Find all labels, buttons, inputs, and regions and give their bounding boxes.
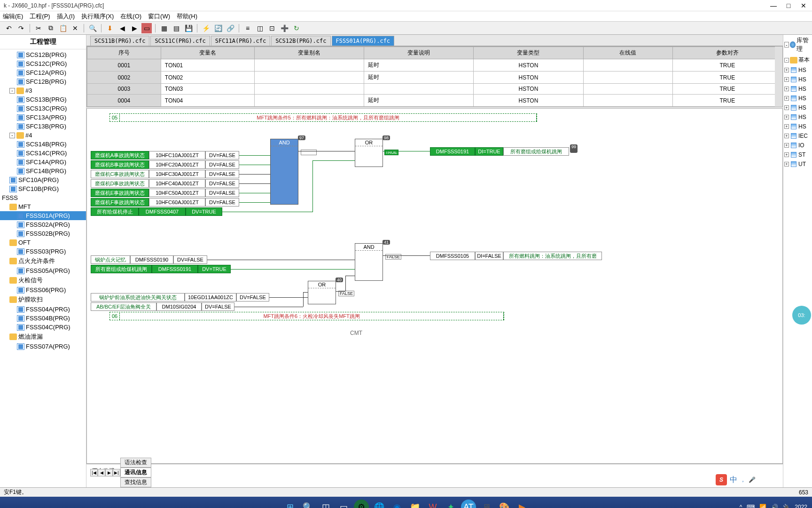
delete-button[interactable]: ✕ <box>70 23 80 33</box>
tree-node[interactable]: FSSS <box>0 193 86 202</box>
maximize-button[interactable]: □ <box>784 2 793 9</box>
tray-lang-icon[interactable]: ⌨ <box>747 504 755 508</box>
diagram-area[interactable]: 05 MFT跳闸条件5：所有燃料跳闸：油系统跳闸，且所有磨组跳闸 磨煤机A事故跳… <box>86 108 783 464</box>
msg-tab-first[interactable]: |◀ <box>90 469 98 476</box>
tool-online[interactable]: ⚡ <box>201 23 211 33</box>
tree-node[interactable]: FSSS07A(PRG) <box>0 342 86 351</box>
table-header[interactable]: 变量说明 <box>364 47 474 59</box>
library-item[interactable]: +HS <box>783 75 812 84</box>
tree-toggle[interactable]: - <box>9 88 15 94</box>
tool-prev[interactable]: ◀ <box>117 23 127 33</box>
tree-toggle[interactable]: + <box>784 96 789 101</box>
app-icon-5[interactable]: 🎨 <box>497 500 512 508</box>
menu-item[interactable]: 插入(I) <box>57 12 75 21</box>
chrome-icon[interactable]: 🌐 <box>372 500 387 508</box>
tree-node[interactable]: -#4 <box>0 131 86 140</box>
tree-node[interactable]: FSSS04A(PRG) <box>0 305 86 314</box>
signal-row[interactable]: 磨煤机C事故跳闸状态10HFC30AJ001ZTDV=FALSE <box>91 170 239 178</box>
tray-up-icon[interactable]: ^ <box>740 504 742 508</box>
tree-node[interactable]: SCS14C(PRG) <box>0 149 86 158</box>
tool-table[interactable]: ▤ <box>171 23 181 33</box>
or-block-2[interactable]: OR 40 FALSE <box>308 281 336 304</box>
library-item[interactable]: +HS <box>783 94 812 103</box>
ime-indicator[interactable]: S 中 ， 🎤 <box>716 474 756 485</box>
table-row[interactable]: 0003TON03HSTONTRUE <box>87 84 782 95</box>
cut-button[interactable]: ✂ <box>33 23 44 33</box>
close-button[interactable]: ✕ <box>799 2 808 9</box>
paste-button[interactable]: 📋 <box>58 23 68 33</box>
tree-node[interactable]: FSSS02B(PRG) <box>0 229 86 238</box>
or-block-1[interactable]: OR 98 TRUE <box>355 139 383 167</box>
menu-item[interactable]: 编辑(E) <box>3 12 23 21</box>
tree-node[interactable]: SFC13A(PRG) <box>0 113 86 122</box>
signal-all-feeders-stop[interactable]: 所有给煤机停止 DMFSSS0407 DV=TRUE <box>91 207 222 216</box>
and-block-2[interactable]: AND 41 FALSE <box>355 243 383 281</box>
output-1[interactable]: DMFSSS0191 DI=TRUE 所有磨组或给煤机跳闸 99 <box>430 147 577 156</box>
tree-node[interactable]: FSSS04C(PRG) <box>0 323 86 332</box>
tool-diag[interactable]: ◫ <box>255 23 265 33</box>
tree-node[interactable]: SFC10B(PRG) <box>0 184 86 193</box>
tree-node[interactable]: OFT <box>0 238 86 247</box>
tree-node[interactable]: FSSS05A(PRG) <box>0 266 86 275</box>
message-tab[interactable]: 查找信息 <box>120 477 151 487</box>
tree-toggle[interactable]: + <box>784 77 789 82</box>
signal-boiler-ignition-mem[interactable]: 锅炉点火记忆 DMFSSS0190 DV=FALSE <box>91 255 207 264</box>
table-header[interactable]: 变量别名 <box>254 47 364 59</box>
tree-toggle[interactable]: + <box>784 124 789 129</box>
table-row[interactable]: 0004TON04延时HSTONTRUE <box>87 95 782 107</box>
tree-toggle[interactable]: + <box>784 68 789 72</box>
tree-node[interactable]: -#3 <box>0 86 86 95</box>
tray-volume-icon[interactable]: 🔊 <box>771 504 778 508</box>
tree-node[interactable]: FSSS02A(PRG) <box>0 220 86 229</box>
tool-next[interactable]: ▶ <box>129 23 140 33</box>
table-header[interactable]: 在线值 <box>583 47 672 59</box>
tree-node[interactable]: SFC12A(PRG) <box>0 68 86 77</box>
app-icon-4[interactable]: 🖥 <box>479 500 494 508</box>
editor-tab[interactable]: SCS11C(PRG).cfc <box>150 36 210 46</box>
search-icon[interactable]: 🔍 <box>300 500 315 508</box>
tree-node[interactable]: SFC14B(PRG) <box>0 167 86 175</box>
signal-row[interactable]: 磨煤机B事故跳闸状态10HFC20AJ001ZTDV=FALSE <box>91 160 239 169</box>
undo-button[interactable]: ↶ <box>4 23 14 33</box>
message-tab[interactable]: 通讯信息 <box>120 468 151 477</box>
tree-node[interactable]: FSSS03(PRG) <box>0 247 86 256</box>
tree-toggle[interactable]: + <box>784 152 789 157</box>
and-block-1[interactable]: AND 97 FALSE <box>270 139 298 205</box>
signal-oil-corner-valves[interactable]: AB/BC/EF层油角阀全关 DM10SIG0204 DV=FALSE <box>91 302 234 311</box>
tree-toggle[interactable]: + <box>784 143 789 148</box>
output-2[interactable]: DMFSSS0105 DI=FALSE 所有燃料跳闸：油系统跳闸，且所有磨 <box>430 252 602 260</box>
tool-down[interactable]: ⬇ <box>105 23 115 33</box>
tree-node[interactable]: 点火允许条件 <box>0 256 86 266</box>
table-header[interactable]: 参数对齐 <box>672 47 782 59</box>
app-icon-3[interactable]: AT <box>461 500 476 508</box>
tool-bars[interactable]: ≡ <box>242 23 253 33</box>
tree-toggle[interactable]: + <box>784 134 789 138</box>
tree-node[interactable]: FSSS06(PRG) <box>0 286 86 294</box>
taskbar-tray[interactable]: ^ ⌨ 📶 🔊 🔌 2022 <box>740 504 807 508</box>
tree-node[interactable]: FSSS04B(PRG) <box>0 314 86 323</box>
app-icon-2[interactable]: ✦ <box>443 500 458 508</box>
editor-tab[interactable]: SCS12B(PRG).cfc <box>271 36 330 46</box>
tree-node[interactable]: SFC13B(PRG) <box>0 122 86 131</box>
msg-tab-prev[interactable]: ◀ <box>98 469 105 476</box>
library-item[interactable]: +HS <box>783 103 812 112</box>
menu-item[interactable]: 帮助(H) <box>177 12 197 21</box>
table-header[interactable]: 序号 <box>87 47 161 59</box>
msg-tab-last[interactable]: ▶| <box>113 469 120 476</box>
start-button[interactable]: ⊞ <box>282 500 297 508</box>
tree-node[interactable]: 火检信号 <box>0 275 86 286</box>
tree-node[interactable]: MFT <box>0 202 86 211</box>
table-header[interactable]: 变量类型 <box>474 47 583 59</box>
tree-node[interactable]: FSSS01A(PRG) <box>0 211 86 220</box>
library-item[interactable]: -基本 <box>783 55 812 65</box>
tree-toggle[interactable]: - <box>9 133 15 138</box>
tree-node[interactable]: 燃油泄漏 <box>0 332 86 342</box>
menu-item[interactable]: 在线(O) <box>120 12 141 21</box>
signal-row[interactable]: 磨煤机F事故跳闸状态10HFC60AJ001ZTDV=FALSE <box>91 198 239 206</box>
tool-link[interactable]: 🔗 <box>225 23 235 33</box>
signal-row[interactable]: 磨煤机E事故跳闸状态10HFC50AJ001ZTDV=FALSE <box>91 189 239 197</box>
signal-row[interactable]: 磨煤机D事故跳闸状态10HFC40AJ001ZTDV=FALSE <box>91 179 239 188</box>
app-icon-1[interactable]: ⚙ <box>354 500 369 508</box>
copy-button[interactable]: ⧉ <box>46 23 56 33</box>
tree-node[interactable]: SFC10A(PRG) <box>0 175 86 184</box>
